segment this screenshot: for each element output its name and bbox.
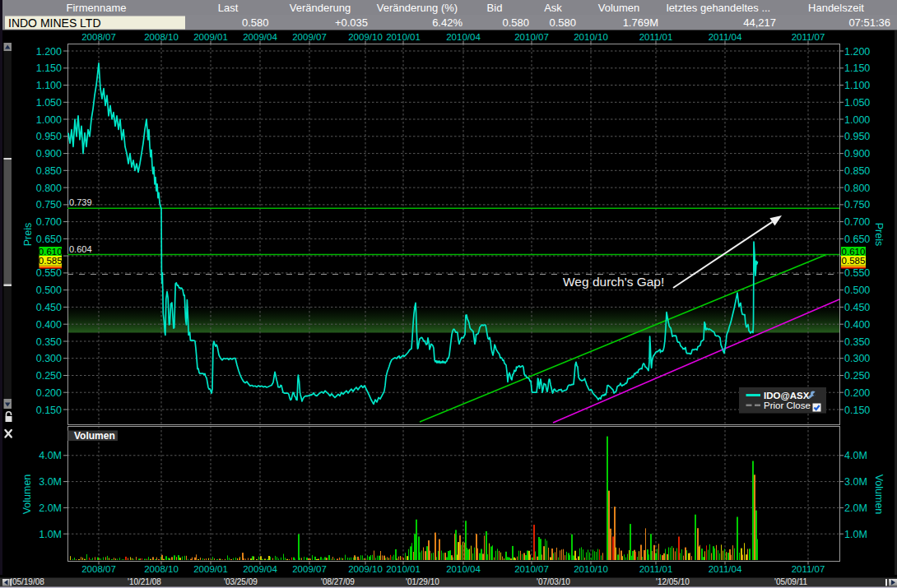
- svg-text:0.400: 0.400: [36, 319, 62, 331]
- svg-text:Veränderung: Veränderung: [290, 2, 351, 14]
- svg-text:0.750: 0.750: [844, 199, 870, 211]
- svg-text:2009/10: 2009/10: [348, 32, 383, 42]
- svg-text:Weg durch's Gap!: Weg durch's Gap!: [563, 275, 664, 289]
- svg-text:2009/04: 2009/04: [243, 32, 277, 42]
- svg-text:'08/27/09: '08/27/09: [321, 577, 355, 586]
- svg-text:0.580: 0.580: [502, 16, 529, 29]
- svg-text:2010/01: 2010/01: [386, 564, 421, 574]
- svg-text:'01/29/10: '01/29/10: [406, 577, 439, 586]
- svg-text:0.900: 0.900: [36, 148, 62, 160]
- svg-text:0.200: 0.200: [36, 387, 62, 399]
- svg-text:Firmenname: Firmenname: [67, 2, 127, 14]
- svg-text:2011/01: 2011/01: [639, 32, 673, 42]
- svg-text:0.850: 0.850: [844, 165, 870, 177]
- svg-text:Volumen: Volumen: [598, 2, 640, 14]
- svg-text:0.150: 0.150: [844, 405, 870, 416]
- svg-text:2010/07: 2010/07: [514, 564, 549, 574]
- svg-text:0.700: 0.700: [844, 216, 870, 228]
- svg-text:'05/09/11: '05/09/11: [774, 577, 808, 586]
- svg-text:1.150: 1.150: [844, 63, 870, 74]
- svg-text:2008/10: 2008/10: [144, 564, 179, 574]
- svg-text:2010/04: 2010/04: [446, 564, 481, 574]
- svg-text:2008/07: 2008/07: [81, 32, 116, 42]
- svg-text:0.450: 0.450: [844, 302, 870, 313]
- svg-text:1.000: 1.000: [36, 114, 62, 126]
- svg-text:2009/01: 2009/01: [193, 32, 228, 42]
- svg-text:0.800: 0.800: [36, 183, 62, 194]
- svg-text:1.100: 1.100: [36, 80, 62, 91]
- svg-text:'05/19/08: '05/19/08: [11, 577, 44, 586]
- svg-text:2011/04: 2011/04: [709, 564, 742, 574]
- svg-text:Ask: Ask: [544, 2, 562, 14]
- svg-text:4.0M: 4.0M: [39, 450, 62, 461]
- svg-text:Volumen: Volumen: [74, 430, 115, 442]
- svg-text:0.650: 0.650: [844, 234, 870, 245]
- svg-text:1.150: 1.150: [36, 63, 62, 74]
- svg-text:2009/01: 2009/01: [193, 564, 228, 574]
- svg-text:07:51:36: 07:51:36: [848, 16, 890, 29]
- svg-text:0.250: 0.250: [844, 370, 870, 382]
- svg-text:0.500: 0.500: [36, 285, 62, 296]
- svg-text:IDO@ASX: IDO@ASX: [764, 391, 810, 400]
- svg-text:1.200: 1.200: [844, 46, 870, 58]
- svg-text:2.0M: 2.0M: [39, 502, 62, 514]
- svg-text:0.650: 0.650: [36, 234, 62, 245]
- svg-text:3.0M: 3.0M: [844, 476, 867, 488]
- svg-text:0.250: 0.250: [36, 370, 62, 382]
- svg-text:1.000: 1.000: [844, 114, 870, 126]
- svg-text:'03/25/09: '03/25/09: [224, 577, 258, 586]
- svg-text:1.0M: 1.0M: [844, 529, 867, 540]
- svg-text:Bid: Bid: [487, 2, 503, 14]
- svg-text:0.400: 0.400: [844, 319, 870, 331]
- svg-text:Prior Close: Prior Close: [764, 400, 811, 410]
- svg-text:1.050: 1.050: [844, 97, 870, 109]
- svg-text:1.100: 1.100: [844, 80, 870, 91]
- svg-text:0.950: 0.950: [36, 131, 62, 142]
- svg-text:0.585: 0.585: [39, 256, 63, 266]
- svg-text:1.050: 1.050: [36, 97, 62, 109]
- svg-text:1.200: 1.200: [36, 46, 62, 58]
- svg-text:44,217: 44,217: [743, 16, 776, 29]
- svg-text:1.0M: 1.0M: [39, 529, 62, 540]
- svg-text:4.0M: 4.0M: [844, 450, 867, 461]
- svg-text:0.450: 0.450: [36, 302, 62, 313]
- svg-text:Preis: Preis: [873, 223, 885, 246]
- svg-text:Preis: Preis: [22, 223, 34, 246]
- svg-text:1.769M: 1.769M: [623, 16, 658, 29]
- svg-text:2009/10: 2009/10: [348, 564, 383, 574]
- svg-text:2009/04: 2009/04: [243, 564, 277, 574]
- svg-text:0.580: 0.580: [549, 16, 576, 29]
- svg-text:0.739: 0.739: [69, 197, 92, 207]
- svg-text:'07/03/10: '07/03/10: [537, 577, 570, 586]
- svg-text:letztes gehandeltes ...: letztes gehandeltes ...: [667, 2, 770, 14]
- svg-text:0.200: 0.200: [844, 387, 870, 399]
- svg-text:0.500: 0.500: [844, 285, 870, 296]
- svg-text:0.700: 0.700: [36, 216, 62, 228]
- svg-text:0.585: 0.585: [842, 256, 866, 266]
- svg-text:0.350: 0.350: [36, 336, 62, 348]
- svg-text:0.150: 0.150: [36, 405, 62, 416]
- svg-text:0.300: 0.300: [36, 353, 62, 364]
- svg-text:2008/07: 2008/07: [81, 564, 116, 574]
- svg-text:INDO MINES LTD: INDO MINES LTD: [8, 16, 101, 30]
- svg-text:Volumen: Volumen: [21, 475, 33, 515]
- svg-text:Veränderung (%): Veränderung (%): [377, 2, 458, 14]
- svg-text:0.950: 0.950: [844, 131, 870, 142]
- svg-text:'12/05/10: '12/05/10: [656, 577, 690, 586]
- svg-text:0.610: 0.610: [39, 247, 63, 257]
- svg-text:2.0M: 2.0M: [844, 502, 867, 514]
- svg-text:2009/07: 2009/07: [292, 564, 327, 574]
- svg-text:0.900: 0.900: [844, 148, 870, 160]
- svg-text:2008/10: 2008/10: [144, 32, 179, 42]
- svg-text:2009/07: 2009/07: [292, 32, 327, 42]
- svg-text:2010/01: 2010/01: [386, 32, 421, 42]
- svg-text:2011/01: 2011/01: [639, 564, 673, 574]
- svg-text:0.580: 0.580: [242, 16, 269, 29]
- svg-text:'10/21/08: '10/21/08: [128, 577, 161, 586]
- svg-text:Handelszeit: Handelszeit: [808, 2, 864, 14]
- svg-text:2010/10: 2010/10: [574, 564, 608, 574]
- svg-text:2010/10: 2010/10: [574, 32, 608, 42]
- svg-text:0.550: 0.550: [844, 267, 870, 279]
- svg-text:0.550: 0.550: [36, 267, 62, 279]
- svg-text:0.350: 0.350: [844, 336, 870, 348]
